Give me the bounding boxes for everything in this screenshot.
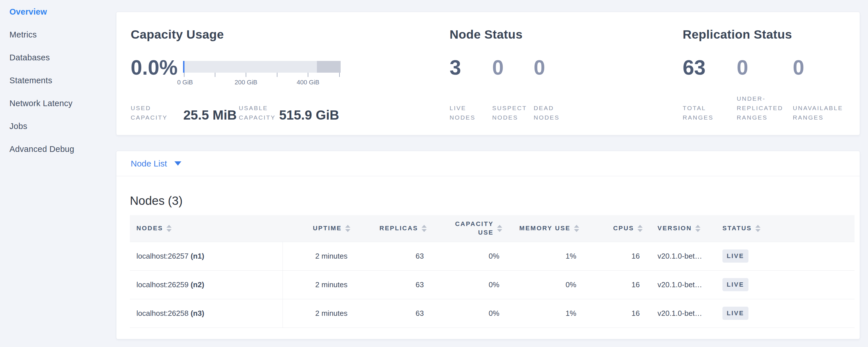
axis-tick <box>339 73 340 77</box>
uptime-cell: 2 minutes <box>283 242 351 270</box>
replicas-cell: 63 <box>351 270 428 299</box>
table-row[interactable]: localhost:26257 (n1) 2 minutes 63 0% 1% … <box>130 242 855 270</box>
live-nodes-value: 3 <box>450 56 492 79</box>
sort-icon <box>755 225 761 232</box>
capacity-usage-title: Capacity Usage <box>131 28 224 41</box>
replication-status-values: 63 0 0 <box>683 56 804 79</box>
under-replicated-ranges-value: 0 <box>737 56 793 79</box>
capacity-use-cell: 0% <box>428 242 503 270</box>
usable-capacity-value: 515.9 GiB <box>279 108 339 122</box>
capacity-use-cell: 0% <box>428 299 503 327</box>
uptime-cell: 2 minutes <box>283 299 351 327</box>
suspect-nodes-label: SUSPECT NODES <box>492 103 534 122</box>
sidebar-item-metrics[interactable]: Metrics <box>0 23 116 46</box>
version-cell: v20.1.0-bet… <box>644 270 719 299</box>
capacity-bar-reserved-segment <box>317 61 341 73</box>
axis-tick <box>277 73 277 77</box>
axis-tick-label: 0 GiB <box>177 79 193 86</box>
axis-tick-label: 400 GiB <box>297 79 319 86</box>
sidebar-item-jobs[interactable]: Jobs <box>0 115 116 137</box>
memory-use-cell: 0% <box>503 270 580 299</box>
node-status-title: Node Status <box>450 28 523 41</box>
live-nodes-label: LIVE NODES <box>450 103 492 122</box>
node-address-cell[interactable]: localhost:26258 (n3) <box>130 299 283 327</box>
column-header-nodes[interactable]: NODES <box>130 215 283 242</box>
node-list-dropdown[interactable]: Node List <box>131 159 181 168</box>
sort-icon <box>638 225 643 232</box>
unavailable-ranges-value: 0 <box>793 56 804 79</box>
node-list-dropdown-label: Node List <box>131 159 167 168</box>
cpus-cell: 16 <box>580 299 644 327</box>
column-header-cpus[interactable]: CPUS <box>580 215 644 242</box>
capacity-use-cell: 0% <box>428 270 503 299</box>
total-ranges-value: 63 <box>683 56 737 79</box>
column-header-capacity-use[interactable]: CAPACITY USE <box>428 215 503 242</box>
sort-icon <box>166 225 172 232</box>
node-address-cell[interactable]: localhost:26259 (n2) <box>130 270 283 299</box>
suspect-nodes-value: 0 <box>492 56 534 79</box>
nodes-panel-body: Nodes (3) NODES UPTIME <box>116 194 860 328</box>
sort-icon <box>345 225 350 232</box>
chevron-down-icon <box>175 161 181 166</box>
dead-nodes-value: 0 <box>534 56 545 79</box>
sort-icon <box>574 225 579 232</box>
capacity-bar-used-segment <box>183 61 184 73</box>
replication-status-labels: TOTAL RANGES UNDER- REPLICATED RANGES UN… <box>683 94 843 122</box>
memory-use-cell: 1% <box>503 299 580 327</box>
table-header-row: NODES UPTIME REPLICAS <box>130 215 855 242</box>
sort-icon <box>695 225 701 232</box>
sidebar-item-overview[interactable]: Overview <box>0 0 116 23</box>
node-status-labels: LIVE NODES SUSPECT NODES DEAD NODES <box>450 94 560 122</box>
column-header-memory-use[interactable]: MEMORY USE <box>503 215 580 242</box>
nodes-panel-header: Node List <box>116 151 860 176</box>
capacity-usage-bar <box>183 61 341 73</box>
column-header-replicas[interactable]: REPLICAS <box>351 215 428 242</box>
sidebar-item-network-latency[interactable]: Network Latency <box>0 92 116 115</box>
total-ranges-label: TOTAL RANGES <box>683 103 737 122</box>
status-cell: LIVE <box>719 242 855 270</box>
node-status-values: 3 0 0 <box>450 56 545 79</box>
column-header-version[interactable]: VERSION <box>644 215 719 242</box>
sidebar-item-advanced-debug[interactable]: Advanced Debug <box>0 137 116 160</box>
memory-use-cell: 1% <box>503 242 580 270</box>
used-capacity-label: USED CAPACITY <box>131 103 183 122</box>
axis-tick <box>308 73 308 77</box>
unavailable-ranges-label: UNAVAILABLE RANGES <box>793 103 843 122</box>
table-row[interactable]: localhost:26258 (n3) 2 minutes 63 0% 1% … <box>130 299 855 327</box>
status-badge: LIVE <box>722 307 748 320</box>
node-status-section: Node Status 3 0 0 LIVE NODES SUSPECT NOD… <box>450 12 673 135</box>
used-capacity-value: 25.5 MiB <box>183 108 239 122</box>
version-cell: v20.1.0-bet… <box>644 242 719 270</box>
axis-tick <box>246 73 246 77</box>
status-cell: LIVE <box>719 270 855 299</box>
node-address-cell[interactable]: localhost:26257 (n1) <box>130 242 283 270</box>
uptime-cell: 2 minutes <box>283 270 351 299</box>
axis-tick <box>215 73 215 77</box>
sidebar-item-statements[interactable]: Statements <box>0 69 116 92</box>
column-header-uptime[interactable]: UPTIME <box>283 215 351 242</box>
sidebar: Overview Metrics Databases Statements Ne… <box>0 0 116 160</box>
nodes-panel-card: Node List Nodes (3) NODES UPTIME <box>116 151 860 339</box>
sort-icon <box>497 225 502 232</box>
replication-status-section: Replication Status 63 0 0 TOTAL RANGES U… <box>683 12 854 135</box>
capacity-stats: USED CAPACITY 25.5 MiB USABLE CAPACITY 5… <box>131 94 339 122</box>
table-row[interactable]: localhost:26259 (n2) 2 minutes 63 0% 0% … <box>130 270 855 299</box>
axis-tick-label: 200 GiB <box>235 79 257 86</box>
usable-capacity-label: USABLE CAPACITY <box>239 103 279 122</box>
dead-nodes-label: DEAD NODES <box>534 103 560 122</box>
cpus-cell: 16 <box>580 270 644 299</box>
cpus-cell: 16 <box>580 242 644 270</box>
sidebar-item-databases[interactable]: Databases <box>0 46 116 69</box>
replicas-cell: 63 <box>351 299 428 327</box>
column-header-status[interactable]: STATUS <box>719 215 855 242</box>
sort-icon <box>422 225 427 232</box>
capacity-usage-section: Capacity Usage 0.0% 0 GiB 200 GiB 400 Gi… <box>131 12 451 135</box>
axis-tick <box>184 73 184 77</box>
cluster-summary-card: Capacity Usage 0.0% 0 GiB 200 GiB 400 Gi… <box>116 12 860 135</box>
replication-status-title: Replication Status <box>683 28 792 41</box>
replicas-cell: 63 <box>351 242 428 270</box>
nodes-count-heading: Nodes (3) <box>130 194 846 208</box>
capacity-used-percent: 0.0% <box>131 56 178 79</box>
status-badge: LIVE <box>722 278 748 291</box>
nodes-table: NODES UPTIME REPLICAS <box>130 215 855 328</box>
